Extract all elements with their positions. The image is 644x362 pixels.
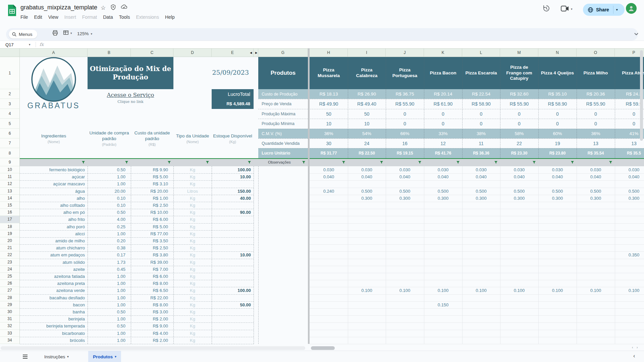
ingredient-tipo[interactable]: Kg: [173, 202, 212, 209]
cell-prod_max[interactable]: 0: [462, 109, 500, 119]
ingredient-name[interactable]: açúcar mascavo: [20, 180, 85, 187]
row-header-19[interactable]: 19: [0, 230, 20, 237]
ingredient-tipo[interactable]: Kg: [173, 180, 212, 187]
ingredient-name[interactable]: azeitona fatiada: [20, 273, 85, 280]
col-header-M[interactable]: M: [500, 48, 538, 57]
paint-format-caret-icon[interactable]: ▾: [70, 32, 72, 35]
cell-preco[interactable]: R$ 61.90: [424, 99, 462, 109]
cell-custo[interactable]: R$ 20.14: [424, 89, 462, 99]
ingredient-unidade[interactable]: 0.50: [88, 166, 125, 173]
filter-icon[interactable]: [247, 160, 252, 165]
usage-cell[interactable]: 0.040: [615, 173, 644, 180]
usage-cell[interactable]: 0.040: [310, 173, 348, 180]
col-header-A[interactable]: A: [20, 48, 88, 57]
cell-custo[interactable]: R$ 22.54: [462, 89, 500, 99]
ingredient-custo[interactable]: R$ 2.00: [131, 315, 168, 322]
ingredient-custo[interactable]: R$ 20.00: [131, 188, 168, 195]
ingredient-name[interactable]: bacon: [20, 301, 85, 308]
row-header-23[interactable]: 23: [0, 259, 20, 266]
usage-cell[interactable]: 0.100: [538, 287, 577, 294]
cell-prod_max[interactable]: 50: [348, 109, 386, 119]
row-header-7[interactable]: 7: [0, 138, 20, 148]
ingredient-estoque[interactable]: 150.00: [212, 188, 251, 195]
filter-icon[interactable]: [418, 160, 422, 165]
ingredient-custo[interactable]: R$ 3.10: [131, 180, 168, 187]
ingredient-name[interactable]: açúcar: [20, 173, 85, 180]
row-header-25[interactable]: 25: [0, 273, 20, 280]
usage-cell[interactable]: 0.300: [424, 195, 462, 202]
ingredient-unidade[interactable]: 0.17: [88, 251, 125, 258]
row-header-1[interactable]: 1: [0, 57, 20, 89]
row-header-31[interactable]: 31: [0, 315, 20, 322]
row-header-29[interactable]: 29: [0, 301, 20, 308]
filter-icon[interactable]: [205, 160, 210, 165]
usage-cell[interactable]: 0.040: [424, 173, 462, 180]
row-header-21[interactable]: 21: [0, 244, 20, 251]
cell-prod_min[interactable]: 10: [348, 119, 386, 129]
ingredient-custo[interactable]: R$ 77.00: [131, 230, 168, 237]
ingredient-name[interactable]: banha: [20, 308, 85, 315]
h-scroll-right-icon[interactable]: ›: [637, 346, 638, 349]
ingredient-custo[interactable]: R$ 5.00: [131, 173, 168, 180]
usage-cell[interactable]: 0.300: [348, 195, 386, 202]
menu-help[interactable]: Help: [162, 13, 178, 21]
usage-cell[interactable]: 0.500: [424, 188, 462, 195]
date-cell[interactable]: 25/09/2023: [212, 66, 249, 79]
cell-preco[interactable]: R$ 49.40: [348, 99, 386, 109]
usage-cell[interactable]: 0.300: [386, 195, 424, 202]
ingredient-name[interactable]: bacalhau desfiado: [20, 294, 85, 301]
cell-prod_max[interactable]: 0: [538, 109, 577, 119]
ingredient-custo[interactable]: R$ 2.50: [131, 244, 168, 251]
col-header-G[interactable]: G: [258, 48, 308, 57]
col-header-P[interactable]: P: [615, 48, 644, 57]
metric-label-lucro[interactable]: Lucro Unitário: [258, 148, 308, 158]
metric-label-cmv[interactable]: C.M.V. (%): [258, 129, 308, 138]
filter-icon[interactable]: [532, 160, 536, 165]
row-header-12[interactable]: 12: [0, 180, 20, 187]
ingredient-tipo[interactable]: Kg: [173, 259, 212, 266]
usage-cell[interactable]: 0.030: [500, 166, 538, 173]
share-button[interactable]: Share ▾: [583, 4, 625, 16]
menu-edit[interactable]: Edit: [31, 13, 45, 21]
ingredient-tipo[interactable]: Kg: [173, 237, 212, 244]
ingredient-name[interactable]: alicci: [20, 230, 85, 237]
ingredient-name[interactable]: berinjela temperada: [20, 322, 85, 329]
row-header-18[interactable]: 18: [0, 223, 20, 230]
cell-qtd[interactable]: 13: [615, 138, 644, 148]
usage-cell[interactable]: 0.040: [500, 173, 538, 180]
ingredient-estoque[interactable]: 50.00: [212, 301, 251, 308]
cell-prod_min[interactable]: 0: [462, 119, 500, 129]
ingredient-name[interactable]: brócolis: [20, 337, 85, 344]
cell-preco[interactable]: R$ 55.90: [577, 99, 615, 109]
ingredient-name[interactable]: alho em pó: [20, 209, 85, 216]
cell-lucro[interactable]: R$ 35.5: [615, 148, 644, 158]
cell-qtd[interactable]: 12: [424, 138, 462, 148]
row-header-33[interactable]: 33: [0, 330, 20, 337]
ingredient-name[interactable]: azeite: [20, 266, 85, 273]
cell-cmv[interactable]: 54%: [348, 129, 386, 138]
usage-cell[interactable]: 0.040: [538, 173, 577, 180]
row-header-22[interactable]: 22: [0, 251, 20, 258]
filter-icon[interactable]: [302, 160, 306, 165]
row-header-3[interactable]: 3: [0, 99, 20, 109]
filter-icon[interactable]: [167, 160, 171, 165]
cell-qtd[interactable]: 16: [386, 138, 424, 148]
metric-label-qtd[interactable]: Quantidade Vendida: [258, 138, 308, 148]
video-call-caret-icon[interactable]: ▾: [571, 7, 573, 11]
col-header-E[interactable]: E: [212, 48, 254, 57]
usage-cell[interactable]: 0.300: [538, 195, 577, 202]
filter-icon[interactable]: [608, 160, 613, 165]
usage-cell[interactable]: 0.500: [577, 188, 615, 195]
row-header-15[interactable]: 15: [0, 202, 20, 209]
filter-icon[interactable]: [81, 160, 86, 165]
ingredient-unidade[interactable]: 0.50: [88, 308, 125, 315]
usage-cell[interactable]: 0.100: [424, 287, 462, 294]
ingredient-name[interactable]: atum em pedaços: [20, 251, 85, 258]
col-header-D[interactable]: D: [173, 48, 212, 57]
ingredient-custo[interactable]: R$ 10.00: [131, 209, 168, 216]
cell-qtd[interactable]: 13: [577, 138, 615, 148]
usage-cell[interactable]: 0.300: [500, 195, 538, 202]
ingredient-tipo[interactable]: Kg: [173, 209, 212, 216]
shield-approvals-icon[interactable]: [110, 4, 116, 10]
col-header-C[interactable]: C: [131, 48, 173, 57]
